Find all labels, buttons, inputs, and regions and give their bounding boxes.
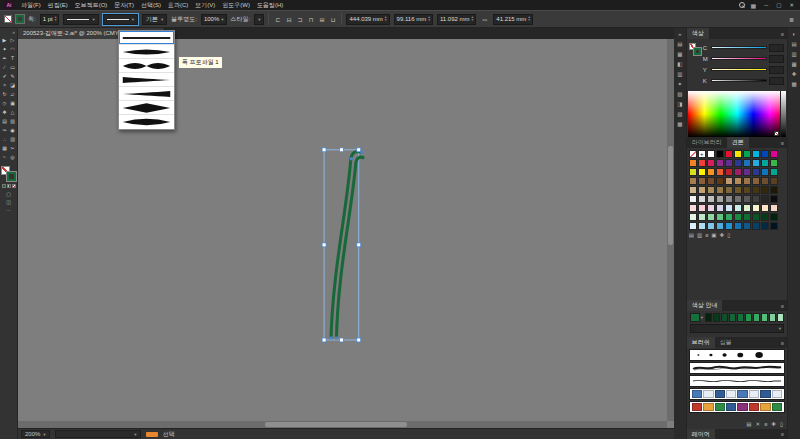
panel-menu-icon[interactable]: ≡ <box>778 137 787 148</box>
swatch[interactable] <box>734 159 742 167</box>
zoom-tool[interactable]: ◎ <box>9 152 17 161</box>
swatch[interactable] <box>698 222 706 230</box>
symbol-sprayer-tool[interactable]: ∴ <box>1 134 9 143</box>
workspace-switcher-icon[interactable]: ▦ <box>751 2 757 9</box>
menu-item[interactable]: 보기(V) <box>195 1 215 10</box>
align-bottom-icon[interactable]: ⊔ <box>328 15 337 24</box>
swatch[interactable] <box>734 204 742 212</box>
dock-panel-icon[interactable]: ✚ <box>792 71 797 77</box>
rotate-tool[interactable]: ↻ <box>1 89 9 98</box>
rectangle-tool[interactable]: ▭ <box>9 62 17 71</box>
eyedropper-tool[interactable]: ✑ <box>1 125 9 134</box>
stepper-icon[interactable]: ▴▾ <box>385 16 387 22</box>
swatch[interactable] <box>707 186 715 194</box>
free-transform-tool[interactable]: ▣ <box>9 98 17 107</box>
swatch[interactable] <box>716 168 724 176</box>
vertical-scrollbar[interactable] <box>667 39 674 421</box>
swatch[interactable] <box>689 168 697 176</box>
swatch[interactable] <box>752 177 760 185</box>
dock-panel-icon[interactable]: ▦ <box>677 51 682 57</box>
swatch[interactable] <box>725 177 733 185</box>
stepper-icon[interactable]: ▴▾ <box>472 16 474 22</box>
panel-menu-icon[interactable]: ≡ <box>778 429 787 439</box>
artboard-navigation-select[interactable]: ▾ <box>55 430 141 438</box>
yellow-value-input[interactable] <box>769 66 784 74</box>
brush-item-pattern-blue[interactable] <box>689 388 785 400</box>
width-profile-option-1[interactable] <box>119 45 174 59</box>
swatch[interactable] <box>752 204 760 212</box>
swatch[interactable] <box>743 213 751 221</box>
swatch[interactable] <box>761 195 769 203</box>
width-profile-option-uniform[interactable] <box>119 31 174 45</box>
width-profile-option-3[interactable] <box>119 73 174 87</box>
swatch[interactable] <box>689 213 697 221</box>
tab-brushes[interactable]: 브러쉬 <box>687 337 715 348</box>
swatch[interactable] <box>752 186 760 194</box>
dock-panel-icon[interactable]: ▤ <box>677 41 682 47</box>
swatch[interactable] <box>770 177 778 185</box>
mesh-tool[interactable]: ▤ <box>1 116 9 125</box>
swatch[interactable] <box>743 159 751 167</box>
swatch[interactable] <box>734 150 742 158</box>
cyan-value-input[interactable] <box>769 44 784 52</box>
stepper-icon[interactable]: ▴▾ <box>55 16 57 22</box>
brush-libraries-icon[interactable]: ▤ <box>746 421 751 427</box>
swatch[interactable] <box>770 186 778 194</box>
swatch[interactable] <box>770 195 778 203</box>
swatch[interactable] <box>698 168 706 176</box>
none-color-chip[interactable] <box>774 131 779 136</box>
swatch[interactable] <box>761 159 769 167</box>
color-variant-swatch[interactable] <box>769 313 776 322</box>
swatch[interactable] <box>716 204 724 212</box>
swatch[interactable] <box>761 204 769 212</box>
gradient-tool[interactable]: ▥ <box>9 116 17 125</box>
cyan-slider[interactable] <box>711 46 767 49</box>
swatch[interactable] <box>698 150 706 158</box>
stroke-weight-input[interactable]: 1 pt ▴▾ <box>40 14 60 25</box>
tab-color-guide[interactable]: 색상 안내 <box>687 300 723 311</box>
x-position-input[interactable]: 444.039 mm▴▾ <box>346 14 389 25</box>
swatch[interactable] <box>707 213 715 221</box>
swatch[interactable] <box>734 222 742 230</box>
swatch[interactable] <box>743 195 751 203</box>
magenta-value-input[interactable] <box>769 55 784 63</box>
swatch[interactable] <box>743 168 751 176</box>
paintbrush-tool[interactable]: ✐ <box>1 71 9 80</box>
swatch[interactable] <box>707 177 715 185</box>
color-variant-swatch[interactable] <box>721 313 728 322</box>
black-slider[interactable] <box>711 79 767 82</box>
gradient-button[interactable] <box>7 184 11 188</box>
yellow-slider[interactable] <box>711 68 767 71</box>
swatch[interactable] <box>689 159 697 167</box>
swatch[interactable] <box>698 195 706 203</box>
stroke-style-select[interactable]: ▾ <box>63 14 98 25</box>
color-button[interactable] <box>2 184 6 188</box>
swatch[interactable] <box>743 150 751 158</box>
dock-panel-icon[interactable]: ▦ <box>791 61 796 67</box>
swatch[interactable] <box>716 177 724 185</box>
blend-tool[interactable]: ◉ <box>9 125 17 134</box>
swatch[interactable] <box>770 213 778 221</box>
swatch[interactable] <box>689 222 697 230</box>
color-variant-swatch[interactable] <box>713 313 720 322</box>
swatch[interactable] <box>689 186 697 194</box>
swatch[interactable] <box>725 168 733 176</box>
stroke-color-swatch[interactable] <box>16 15 24 23</box>
tab-layers[interactable]: 레이어 <box>687 429 715 439</box>
swatch[interactable] <box>743 177 751 185</box>
swatch[interactable] <box>761 168 769 176</box>
scale-tool[interactable]: ▱ <box>9 89 17 98</box>
swatch[interactable] <box>734 195 742 203</box>
width-tool[interactable]: ◇ <box>1 98 9 107</box>
swatch[interactable] <box>743 186 751 194</box>
swatch[interactable] <box>752 168 760 176</box>
swatch[interactable] <box>734 186 742 194</box>
swatch[interactable] <box>761 186 769 194</box>
stepper-icon[interactable]: ▴▾ <box>428 16 430 22</box>
lasso-tool[interactable]: ◠ <box>9 44 17 53</box>
tab-color[interactable]: 색상 <box>687 28 709 39</box>
menu-item[interactable]: 윈도우(W) <box>222 1 250 10</box>
brush-definition-select[interactable]: 기본▾ <box>142 14 167 25</box>
swatch[interactable] <box>716 222 724 230</box>
panel-menu-icon[interactable]: ≡ <box>778 28 787 39</box>
